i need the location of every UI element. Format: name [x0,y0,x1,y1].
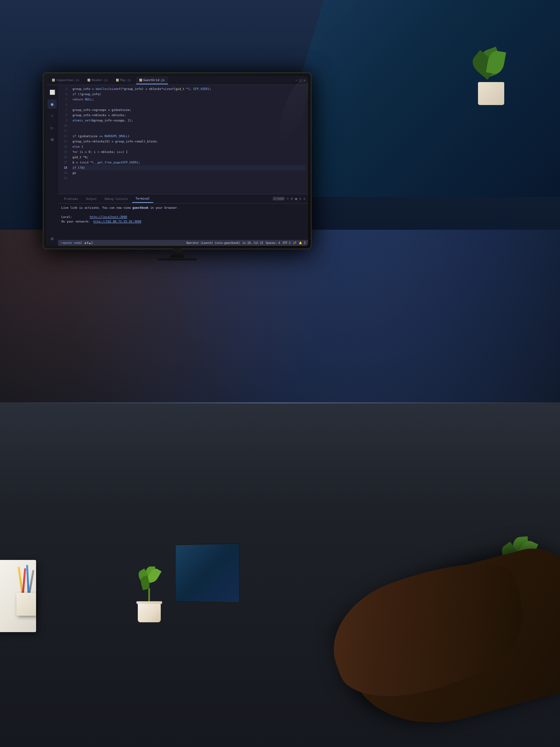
status-spaces[interactable]: Spaces: 4 [266,241,280,244]
tab-header[interactable]: JS Header.js [84,76,111,84]
terminal-line-1: Live link is activate. You can now view … [61,205,305,210]
wall-plant-pot [478,82,504,105]
panel-tabs: Problems Output Debug Console Terminal 1… [58,194,308,204]
terminal-panel: Problems Output Debug Console Terminal 1… [58,194,308,240]
code-line-15: for (i = 0; i < nblocks; i++) { [73,149,305,155]
monitor-stand-base [158,258,197,260]
code-line-14: else { [73,144,305,149]
maximize-panel[interactable]: ∧ [299,197,301,201]
code-line-7: group_info->ngroups = gidsetsize; [73,107,305,112]
panel-tab-problems[interactable]: Problems [61,195,81,203]
vscode-titlebar: JS requestman.js JS Header.js JS Map.js … [46,76,308,85]
monitor-stand [167,249,187,258]
code-line-8: group_info->nblocks = nblocks; [73,112,305,118]
tab-map[interactable]: JS Map.js [113,76,134,84]
js-icon: JS [52,79,55,81]
status-language[interactable]: Operator (Launch) {vsis-guestbook} [186,241,240,244]
add-terminal[interactable]: + [287,197,289,201]
panel-tab-output[interactable]: Output [83,195,100,203]
activity-git[interactable]: ⑂ [48,111,57,121]
branch-name: master node2 [63,241,82,244]
ln-6: 6 [58,102,67,107]
code-line-12: if (gidsetsize <= NGROUPS_SMALL) [73,134,305,139]
code-line-19: go [73,170,305,176]
ln-8: 8 [58,112,67,118]
node-badge: 1 node [273,197,285,201]
code-line-20 [73,176,305,181]
monitor-frame: JS requestman.js JS Header.js JS Map.js … [43,72,312,250]
code-line-17: b = (void *)__get_free_page(GFP_USER); [73,160,305,165]
editor-area: 3 4 5 6 7 8 9 10 11 12 13 [58,85,308,246]
status-errors[interactable]: ● 0 ▲ 1 [85,241,93,244]
terminal-content: Live link is activate. You can now view … [58,204,308,240]
panel-tab-debug[interactable]: Debug Console [101,195,131,203]
code-line-18: if (!b) [73,165,305,170]
vscode-editor: JS requestman.js JS Header.js JS Map.js … [46,76,308,246]
terminal-line-4: On your network: http://192.80.72.55.91:… [61,219,305,224]
code-line-11 [73,128,305,134]
ln-18: 18 [58,165,67,170]
photo-content [176,544,239,602]
minimize-btn[interactable]: ─ [296,78,297,82]
tab-requestman[interactable]: JS requestman.js [49,76,82,84]
ln-7: 7 [58,107,67,112]
status-bar: ⑂ master node2 ● 0 ▲ 1 Operator (Launch)… [58,240,308,246]
panel-actions: 1 node + ⊟ ▣ ∧ ✕ [273,197,305,201]
kill-terminal[interactable]: ▣ [295,197,297,201]
activity-search[interactable]: ◉ [48,99,57,109]
wall-plant-shelf [461,40,521,105]
warning-count: 1 [91,241,93,244]
tab-requestman-label: requestman.js [56,78,79,82]
tab-guestgrid[interactable]: JS GuestGrid.js [136,76,168,84]
status-eol[interactable]: LF [293,241,297,244]
pencil-holder-box [17,593,36,616]
code-line-5: return NULL; [73,97,305,102]
code-line-10 [73,123,305,128]
status-encoding[interactable]: UTF-2 [283,241,291,244]
ln-9: 9 [58,118,67,123]
terminal-line-3: Local: http://localhost:3000 [61,215,305,219]
status-notifications[interactable]: 🔔 3 [299,241,305,244]
js-icon: JS [116,79,119,81]
ln-19: 19 [58,170,67,176]
code-line-4: if (!group_info) [73,92,305,97]
ln-3: 3 [58,86,67,92]
close-panel[interactable]: ✕ [303,197,305,201]
ln-10: 10 [58,123,67,128]
code-line-3: group_info = kmalloc(sizeof(*group_info)… [73,86,305,92]
code-content: group_info = kmalloc(sizeof(*group_info)… [70,85,308,194]
pencil-holder [13,576,39,616]
ln-20: 20 [58,176,67,181]
code-line-9: atomic_set(&group_info->usage, 1); [73,118,305,123]
hands [297,550,560,714]
ln-16: 16 [58,155,67,160]
ln-14: 14 [58,144,67,149]
monitor-screen: JS requestman.js JS Header.js JS Map.js … [46,76,308,246]
activity-extensions[interactable]: ⊞ [48,135,57,144]
terminal-line-2 [61,210,305,215]
ln-11: 11 [58,128,67,134]
status-cursor: Ln 18, Col 22 [243,241,263,244]
tab-guestgrid-label: GuestGrid.js [143,78,165,82]
plant-pot [138,602,161,622]
code-line-13: group_info->blocks[0] = group_info->smal… [73,139,305,144]
error-count: 0 [87,241,88,244]
panel-tab-terminal[interactable]: Terminal [132,195,153,203]
split-terminal[interactable]: ⊟ [291,197,293,201]
ln-5: 5 [58,97,67,102]
js-icon: JS [139,79,142,81]
activity-settings[interactable]: ⚙ [48,234,57,243]
tab-header-label: Header.js [91,78,108,82]
desk-photo [175,543,240,603]
monitor: JS requestman.js JS Header.js JS Map.js … [43,72,321,263]
vscode-main: ⬜ ◉ ⑂ ▷ ⊞ ⚙ 3 4 [46,85,308,246]
code-editor: 3 4 5 6 7 8 9 10 11 12 13 [58,85,308,194]
activity-files[interactable]: ⬜ [48,87,57,97]
ln-17: 17 [58,160,67,165]
status-branch[interactable]: ⑂ master node2 [61,241,82,244]
line-numbers: 3 4 5 6 7 8 9 10 11 12 13 [58,85,70,194]
activity-bar: ⬜ ◉ ⑂ ▷ ⊞ ⚙ [46,85,58,246]
desk-plant [138,602,161,622]
activity-debug[interactable]: ▷ [48,123,57,132]
ln-4: 4 [58,92,67,97]
